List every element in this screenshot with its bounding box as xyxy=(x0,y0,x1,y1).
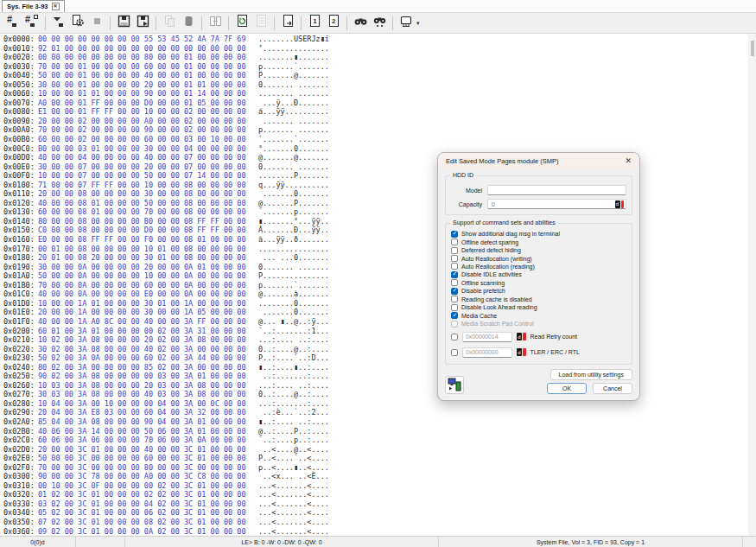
row-hex-bytes[interactable]: 03 02 00 3C 01 00 00 00 04 02 00 3C 01 0… xyxy=(38,499,249,509)
row-ascii[interactable]: ........ ....... xyxy=(258,89,329,99)
address-button[interactable]: # xyxy=(3,15,22,32)
cancel-button[interactable]: Cancel xyxy=(593,383,632,394)
row-hex-bytes[interactable]: 90 00 00 3C 78 00 00 00 A0 00 00 3C C8 0… xyxy=(38,472,249,481)
row-ascii[interactable]: `..:....p..:.... xyxy=(258,436,329,445)
row-hex-bytes[interactable]: 50 00 00 0A 00 00 00 00 10 00 00 0A 00 0… xyxy=(38,271,249,281)
row-hex-bytes[interactable]: 10 04 00 3A 00 10 00 00 00 04 00 3A 00 0… xyxy=(38,399,249,409)
row-hex-bytes[interactable]: 85 04 00 3A 08 00 00 00 90 04 00 3A 01 0… xyxy=(38,417,249,427)
hex-row[interactable]: 0x00B0:60 00 00 02 00 00 00 00 60 00 00 … xyxy=(0,135,748,144)
hex-row[interactable]: 0x0080:E1 00 00 01 FF FF 00 00 10 00 00 … xyxy=(0,107,748,117)
load-from-utility-settings-button[interactable]: Load from utility settings xyxy=(550,369,632,380)
row-hex-bytes[interactable]: 05 02 00 3C 01 00 00 00 06 02 00 3C 01 0… xyxy=(38,508,249,518)
row-hex-bytes[interactable]: 10 00 00 1A 01 00 00 00 30 01 00 1A 00 0… xyxy=(38,299,249,308)
row-hex-bytes[interactable]: 92 01 00 00 00 00 00 00 00 00 00 00 00 0… xyxy=(38,44,249,54)
hex-row[interactable]: 0x0020:00 00 00 00 00 00 00 00 80 00 00 … xyxy=(0,53,748,62)
row-hex-bytes[interactable]: 40 06 00 3A 14 00 00 00 50 06 00 3A 01 0… xyxy=(38,427,249,436)
row-ascii[interactable]: °.......0....... xyxy=(258,144,329,154)
row-ascii[interactable]: ........▮....... xyxy=(258,53,329,62)
hex-row[interactable]: 0x0000:00 00 00 00 00 00 00 00 55 53 45 … xyxy=(0,35,748,44)
drive-menu-button[interactable] xyxy=(397,15,416,32)
load-from-terminal-button[interactable] xyxy=(445,376,464,394)
row-ascii[interactable]: ...:.......:.... xyxy=(258,399,329,409)
row-hex-bytes[interactable]: 50 00 00 3C 00 00 00 00 60 00 00 3C 01 0… xyxy=(38,454,249,463)
row-ascii[interactable]: 0....... ....... xyxy=(258,80,329,90)
row-ascii[interactable]: ....... ....... xyxy=(258,117,329,126)
hex-row[interactable]: 0x0030:70 00 00 01 00 00 00 00 60 00 00 … xyxy=(0,62,748,72)
hex-row[interactable]: 0x02A0:85 04 00 3A 08 00 00 00 90 04 00 … xyxy=(0,417,748,427)
save-as-button[interactable] xyxy=(133,15,152,32)
checkbox[interactable] xyxy=(451,312,458,319)
row-ascii[interactable]: À.......Ð...ÿÿ.. xyxy=(258,226,329,235)
row-hex-bytes[interactable]: 20 00 00 3C 01 00 00 00 40 00 00 3C 01 0… xyxy=(38,445,249,455)
row-hex-bytes[interactable]: 09 02 00 3C 01 00 00 00 0A 02 00 3C 01 0… xyxy=(38,527,249,536)
hex-row[interactable]: 0x00C0:B0 00 00 03 01 00 00 00 30 00 00 … xyxy=(0,144,748,154)
hex-value-field[interactable]: 0x00000014 xyxy=(462,332,512,342)
row-hex-bytes[interactable]: 30 03 00 3A 08 00 00 00 40 03 00 3A 08 0… xyxy=(38,390,249,399)
row-hex-bytes[interactable]: 70 00 00 02 00 00 00 00 90 00 00 02 00 0… xyxy=(38,125,249,135)
hex-row[interactable]: 0x0050:30 00 00 01 00 00 00 00 20 00 00 … xyxy=(0,80,748,90)
checkbox[interactable] xyxy=(451,349,458,356)
row-ascii[interactable]: ... ...0....... xyxy=(258,253,329,263)
row-hex-bytes[interactable]: 40 00 00 0A 00 00 00 00 E0 00 00 0A 00 0… xyxy=(38,289,249,299)
row-hex-bytes[interactable]: 80 00 00 08 00 00 00 00 B0 00 00 08 FF F… xyxy=(38,217,249,226)
find-next-button[interactable] xyxy=(370,15,389,32)
hex-row[interactable]: 0x0300:90 00 00 3C 78 00 00 00 A0 00 00 … xyxy=(0,472,748,481)
row-hex-bytes[interactable]: 20 01 00 08 20 00 00 00 30 01 00 08 00 0… xyxy=(38,253,249,263)
row-ascii[interactable]: ▮.......°...ÿÿ.. xyxy=(258,217,329,226)
row-hex-bytes[interactable]: B0 00 00 03 01 00 00 00 30 00 00 04 00 0… xyxy=(38,144,249,154)
hex-row[interactable]: 0x0340:05 02 00 3C 01 00 00 00 06 02 00 … xyxy=(0,508,748,518)
checkbox-row[interactable]: Show additional diag msg in terminal xyxy=(451,230,626,238)
model-field[interactable] xyxy=(487,185,626,195)
row-hex-bytes[interactable]: E0 00 00 08 FF FF 00 00 F0 00 00 08 01 0… xyxy=(38,235,249,245)
row-ascii[interactable]: ...:.... ..:.... xyxy=(258,335,329,345)
row-ascii[interactable]: ’............... xyxy=(258,44,329,54)
settings-button[interactable] xyxy=(68,15,87,32)
row-ascii[interactable]: .......0....... xyxy=(258,189,329,199)
dialog-close-icon[interactable]: ✕ xyxy=(625,157,632,165)
row-hex-bytes[interactable]: 90 02 00 3A 08 00 00 00 00 03 00 3A 01 0… xyxy=(38,372,249,381)
row-ascii[interactable]: ▮..:.... ..:.... xyxy=(258,417,329,427)
checkbox-row[interactable]: Disable Look Ahead reading xyxy=(451,303,626,311)
row-ascii[interactable]: @... ▮..@..:ÿ... xyxy=(258,317,329,327)
hex-row[interactable]: 0x0060:10 00 00 01 01 00 00 00 90 00 00 … xyxy=(0,89,748,99)
row-ascii[interactable]: ..:.......:.... xyxy=(258,372,329,381)
scrollbar-thumb[interactable] xyxy=(751,41,754,56)
row-ascii[interactable]: ...ÿ...Ð....... xyxy=(258,99,329,108)
row-ascii[interactable]: 0....... ....... xyxy=(258,263,329,272)
row-hex-bytes[interactable]: 10 00 00 07 00 00 00 00 50 00 00 07 14 0… xyxy=(38,171,249,181)
row-ascii[interactable]: ...:.... ..:.... xyxy=(258,381,329,391)
row-hex-bytes[interactable]: 40 00 00 1A A0 8C 00 00 40 00 00 3A FF 0… xyxy=(38,317,249,327)
hex-row[interactable]: 0x0320:01 02 00 3C 01 00 00 00 02 02 00 … xyxy=(0,490,748,499)
row-ascii[interactable]: @..:....P..:.... xyxy=(258,427,329,436)
row-hex-bytes[interactable]: C0 00 00 08 00 00 00 00 D0 00 00 08 FF F… xyxy=(38,226,249,235)
hex-row[interactable]: 0x02D0:20 00 00 3C 01 00 00 00 40 00 00 … xyxy=(0,445,748,455)
checkbox[interactable] xyxy=(451,255,458,262)
row-hex-bytes[interactable]: 30 00 00 07 00 00 00 00 20 00 00 07 00 0… xyxy=(38,162,249,172)
hex-row[interactable]: 0x0310:00 10 00 3C 0F 00 00 00 00 02 00 … xyxy=(0,481,748,491)
row-ascii[interactable]: ▮..:....▮..:.... xyxy=(258,363,329,372)
hex-row[interactable]: 0x0010:92 01 00 00 00 00 00 00 00 00 00 … xyxy=(0,44,748,54)
row-hex-bytes[interactable]: 30 00 00 0A 00 00 00 00 20 00 00 0A 01 0… xyxy=(38,263,249,272)
row-ascii[interactable]: @.......à....... xyxy=(258,289,329,299)
hex-row[interactable]: 0x00A0:70 00 00 02 00 00 00 00 90 00 00 … xyxy=(0,125,748,135)
row-ascii[interactable]: 0..:....@..:.... xyxy=(258,345,329,354)
row-ascii[interactable]: `..:.......:1... xyxy=(258,327,329,336)
checkbox[interactable] xyxy=(451,231,458,238)
doc-2-button[interactable]: 2 xyxy=(324,15,343,32)
hex-row[interactable]: 0x0290:20 04 00 3A E8 03 00 00 60 04 00 … xyxy=(0,408,748,417)
row-hex-bytes[interactable]: 60 06 00 3A 06 00 00 00 70 06 00 3A 0A 0… xyxy=(38,436,249,445)
row-ascii[interactable]: ........P....... xyxy=(258,171,329,181)
row-ascii[interactable]: `.......`....... xyxy=(258,135,329,144)
row-ascii[interactable]: ................ xyxy=(258,245,329,254)
row-ascii[interactable]: ..<x... ..<È... xyxy=(258,472,329,481)
row-ascii[interactable]: ...<.......<.... xyxy=(258,527,329,536)
row-hex-bytes[interactable]: 60 00 00 02 00 00 00 00 60 00 00 03 00 1… xyxy=(38,135,249,144)
save-button[interactable] xyxy=(114,15,133,32)
row-ascii[interactable]: ...<.......<.... xyxy=(258,518,329,527)
row-hex-bytes[interactable]: 70 00 00 01 00 00 00 00 60 00 00 01 00 0… xyxy=(38,62,249,72)
row-hex-bytes[interactable]: 60 00 00 08 01 00 00 00 70 00 00 08 00 0… xyxy=(38,207,249,217)
row-ascii[interactable]: P............... xyxy=(258,271,329,281)
hex-row[interactable]: 0x02B0:40 06 00 3A 14 00 00 00 50 06 00 … xyxy=(0,427,748,436)
row-hex-bytes[interactable]: 70 00 00 0A 00 00 00 00 60 00 00 0A 00 0… xyxy=(38,281,249,290)
row-hex-bytes[interactable]: 20 04 00 3A E8 03 00 00 60 04 00 3A 32 0… xyxy=(38,408,249,417)
